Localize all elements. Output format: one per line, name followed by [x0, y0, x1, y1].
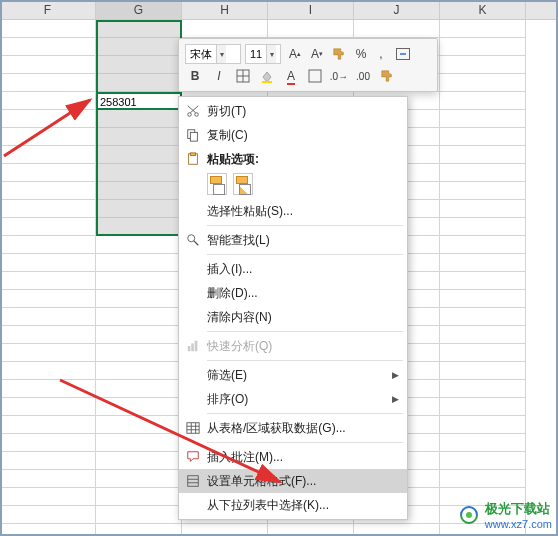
cell[interactable]: [440, 38, 526, 56]
cell[interactable]: [440, 308, 526, 326]
cell[interactable]: [440, 182, 526, 200]
cell[interactable]: [440, 164, 526, 182]
merge-icon[interactable]: [393, 44, 413, 64]
format-painter-icon[interactable]: [329, 44, 349, 64]
cell[interactable]: [0, 308, 96, 326]
cell[interactable]: [440, 92, 526, 110]
cell[interactable]: [0, 470, 96, 488]
cell[interactable]: [96, 146, 182, 164]
cell[interactable]: [96, 254, 182, 272]
cell[interactable]: [96, 164, 182, 182]
fill-color-icon[interactable]: [257, 66, 277, 86]
menu-get-data[interactable]: 从表格/区域获取数据(G)...: [179, 416, 407, 440]
cell[interactable]: [0, 506, 96, 524]
cell[interactable]: [96, 290, 182, 308]
cell[interactable]: [440, 236, 526, 254]
col-header-I[interactable]: I: [268, 0, 354, 19]
cell[interactable]: [0, 524, 96, 536]
font-name-combo[interactable]: 宋体 ▾: [185, 44, 241, 64]
cell[interactable]: [0, 236, 96, 254]
cell[interactable]: [96, 470, 182, 488]
cell[interactable]: [96, 380, 182, 398]
cell[interactable]: [182, 524, 268, 536]
comma-icon[interactable]: ,: [373, 44, 389, 64]
cell[interactable]: [440, 416, 526, 434]
cell[interactable]: [440, 362, 526, 380]
cell[interactable]: [96, 200, 182, 218]
decimal-inc-icon[interactable]: .0→: [329, 66, 349, 86]
cell[interactable]: [96, 308, 182, 326]
cell[interactable]: [440, 218, 526, 236]
cell[interactable]: [0, 362, 96, 380]
cell[interactable]: [354, 20, 440, 38]
cell[interactable]: [0, 434, 96, 452]
font-size-combo[interactable]: 11 ▾: [245, 44, 281, 64]
cell[interactable]: [182, 20, 268, 38]
cell[interactable]: [440, 128, 526, 146]
cell[interactable]: [440, 290, 526, 308]
italic-button[interactable]: I: [209, 66, 229, 86]
cell[interactable]: [0, 380, 96, 398]
cell[interactable]: [0, 218, 96, 236]
cell[interactable]: [440, 380, 526, 398]
cell[interactable]: [440, 272, 526, 290]
menu-clear[interactable]: 清除内容(N): [179, 305, 407, 329]
menu-copy[interactable]: 复制(C): [179, 123, 407, 147]
cell[interactable]: [440, 452, 526, 470]
cell[interactable]: [440, 74, 526, 92]
cell[interactable]: [440, 56, 526, 74]
menu-sort[interactable]: 排序(O) ▶: [179, 387, 407, 411]
cell[interactable]: [0, 110, 96, 128]
cell[interactable]: [0, 416, 96, 434]
cell[interactable]: [440, 110, 526, 128]
bold-button[interactable]: B: [185, 66, 205, 86]
cell[interactable]: [440, 470, 526, 488]
cell[interactable]: [96, 524, 182, 536]
cell[interactable]: [0, 56, 96, 74]
cell[interactable]: [0, 272, 96, 290]
font-color-icon[interactable]: A: [281, 66, 301, 86]
decrease-font-icon[interactable]: A▾: [309, 44, 325, 64]
cell[interactable]: [0, 200, 96, 218]
cell[interactable]: [0, 146, 96, 164]
cell[interactable]: [0, 74, 96, 92]
cell[interactable]: [0, 326, 96, 344]
col-header-J[interactable]: J: [354, 0, 440, 19]
cell[interactable]: [96, 74, 182, 92]
menu-smart-lookup[interactable]: 智能查找(L): [179, 228, 407, 252]
cell[interactable]: [96, 362, 182, 380]
cell[interactable]: [96, 416, 182, 434]
cell[interactable]: [96, 326, 182, 344]
cell[interactable]: [0, 254, 96, 272]
cell[interactable]: [268, 524, 354, 536]
menu-cut[interactable]: 剪切(T): [179, 99, 407, 123]
col-header-G[interactable]: G: [96, 0, 182, 19]
cell[interactable]: [0, 128, 96, 146]
cell[interactable]: [354, 524, 440, 536]
cell[interactable]: [96, 488, 182, 506]
cell[interactable]: [96, 20, 182, 38]
cell[interactable]: [96, 110, 182, 128]
col-header-H[interactable]: H: [182, 0, 268, 19]
menu-dropdown-select[interactable]: 从下拉列表中选择(K)...: [179, 493, 407, 517]
menu-paste-special[interactable]: 选择性粘贴(S)...: [179, 199, 407, 223]
menu-insert[interactable]: 插入(I)...: [179, 257, 407, 281]
cell[interactable]: [96, 344, 182, 362]
cell[interactable]: [96, 38, 182, 56]
cell[interactable]: [96, 236, 182, 254]
cell[interactable]: [0, 38, 96, 56]
cell[interactable]: [268, 20, 354, 38]
cell[interactable]: [0, 20, 96, 38]
border-icon[interactable]: [233, 66, 253, 86]
cell[interactable]: [96, 398, 182, 416]
cell[interactable]: [96, 452, 182, 470]
percent-icon[interactable]: %: [353, 44, 369, 64]
border-dropdown-icon[interactable]: [305, 66, 325, 86]
cell[interactable]: [0, 182, 96, 200]
cell[interactable]: [440, 326, 526, 344]
cell[interactable]: [96, 218, 182, 236]
active-cell[interactable]: 258301: [96, 92, 182, 110]
format-painter-2-icon[interactable]: [377, 66, 397, 86]
cell[interactable]: [96, 182, 182, 200]
cell[interactable]: [0, 290, 96, 308]
